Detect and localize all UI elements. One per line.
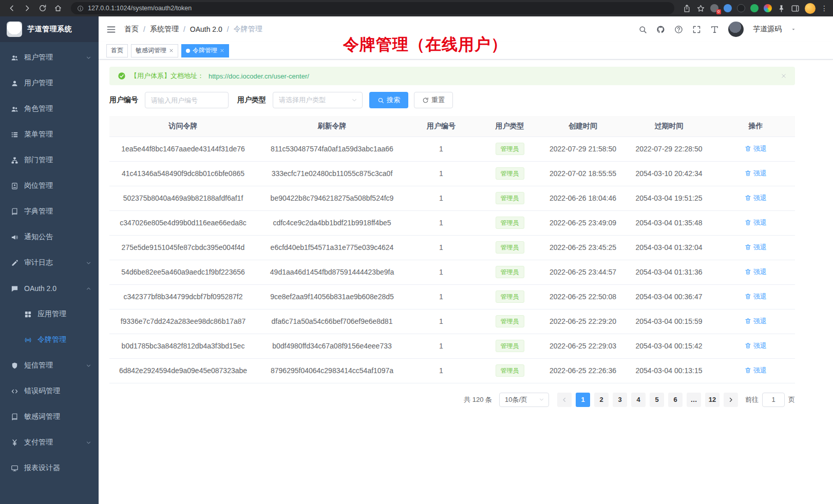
fullscreen-icon[interactable]	[692, 25, 701, 34]
sidebar-item-dict[interactable]: 字典管理	[0, 199, 99, 224]
close-icon[interactable]	[220, 48, 224, 53]
page-more-button[interactable]: …	[687, 393, 701, 407]
site-info-icon[interactable]	[77, 5, 84, 12]
sidebar-item-sensitive-word[interactable]: 敏感词管理	[0, 404, 99, 430]
page-button-2[interactable]: 2	[594, 393, 609, 407]
alert-text: 【用户体系】文档地址：	[130, 71, 204, 81]
browser-home-button[interactable]	[51, 2, 65, 15]
breadcrumb-oauth2[interactable]: OAuth 2.0	[190, 25, 222, 33]
sidebar-item-dept[interactable]: 部门管理	[0, 147, 99, 173]
font-size-icon[interactable]	[710, 25, 719, 34]
extension-icon-blue[interactable]	[724, 4, 732, 12]
breadcrumb: 首页 / 系统管理 / OAuth 2.0 / 令牌管理	[124, 25, 262, 34]
table-row: b0d1785bc3a8482f812db4a3f3bd15ecb0df4980…	[109, 334, 795, 358]
sidebar-item-oauth2-app[interactable]: 应用管理	[0, 301, 99, 327]
page-size-select[interactable]: 10条/页	[499, 393, 549, 407]
force-logout-button[interactable]: 强退	[745, 366, 767, 375]
sidebar-item-pay[interactable]: 支付管理	[0, 430, 99, 455]
tab-sensitive-word[interactable]: 敏感词管理	[131, 44, 178, 57]
sidebar: 芋道管理系统 租户管理 用户管理 角色管理 菜单管理 部门管理 岗位管理 字典管…	[0, 16, 99, 504]
prev-page-button[interactable]	[557, 393, 572, 407]
close-icon[interactable]	[169, 48, 174, 53]
address-bar[interactable]: 127.0.0.1:1024/system/oauth2/token	[71, 2, 674, 14]
user-type-label: 用户类型	[237, 95, 266, 105]
share-icon[interactable]	[683, 4, 691, 13]
browser-menu-icon[interactable]: ⋮	[821, 5, 828, 12]
page-button-3[interactable]: 3	[613, 393, 627, 407]
user-id-cell: 1	[407, 186, 475, 210]
sidebar-item-tenant[interactable]: 租户管理	[0, 45, 99, 70]
page-button-1[interactable]: 1	[576, 393, 590, 407]
caret-down-icon[interactable]	[791, 27, 796, 32]
user-avatar[interactable]	[728, 22, 744, 37]
refresh-token-cell: e6cfd40eb1f54571a31e775e039c4624	[257, 235, 407, 260]
sidebar-item-oauth2-token[interactable]: 令牌管理	[0, 327, 99, 353]
chevron-up-icon	[86, 286, 91, 292]
user-type-badge: 管理员	[496, 364, 524, 377]
github-icon[interactable]	[656, 25, 665, 34]
expires-cell: 2054-03-04 00:15:59	[621, 309, 716, 334]
force-logout-button[interactable]: 强退	[745, 267, 767, 277]
doc-link[interactable]: https://doc.iocoder.cn/user-center/	[209, 72, 309, 80]
user-type-badge: 管理员	[496, 167, 524, 180]
sidebar-item-audit-log[interactable]: 审计日志	[0, 250, 99, 276]
alert-close-icon[interactable]	[781, 73, 787, 79]
goto-page-input[interactable]	[762, 393, 785, 407]
page-button-5[interactable]: 5	[650, 393, 664, 407]
force-logout-button[interactable]: 强退	[745, 317, 767, 326]
sidebar-item-sms[interactable]: 短信管理	[0, 353, 99, 378]
created-cell: 2022-06-25 22:29:20	[544, 309, 621, 334]
tab-token[interactable]: 令牌管理	[181, 44, 229, 57]
browser-back-button[interactable]	[5, 2, 18, 15]
force-logout-button[interactable]: 强退	[745, 341, 767, 351]
refresh-token-cell: 9ce8ef2aa9f14056b831ae9b608e28d5	[257, 284, 407, 309]
force-logout-button[interactable]: 强退	[745, 292, 767, 301]
user-type-cell: 管理员	[475, 334, 544, 358]
user-type-select[interactable]: 请选择用户类型	[273, 92, 363, 108]
search-icon[interactable]	[638, 25, 647, 34]
page-button-12[interactable]: 12	[705, 393, 720, 407]
search-button[interactable]: 搜索	[369, 92, 408, 108]
access-token-cell: b0d1785bc3a8482f812db4a3f3bd15ec	[109, 334, 257, 358]
sidebar-item-oauth2[interactable]: OAuth 2.0	[0, 276, 99, 301]
user-id-input[interactable]	[145, 92, 229, 108]
sidebar-item-post[interactable]: 岗位管理	[0, 173, 99, 199]
sidebar-toggle-icon[interactable]	[106, 25, 116, 34]
side-panel-icon[interactable]	[791, 4, 800, 13]
sidebar-item-report-designer[interactable]: 报表设计器	[0, 455, 99, 481]
extension-icon-badged[interactable]: 0	[710, 4, 718, 12]
sidebar-item-menu[interactable]: 菜单管理	[0, 122, 99, 147]
browser-forward-button[interactable]	[21, 2, 34, 15]
app-logo-row[interactable]: 芋道管理系统	[0, 16, 99, 42]
force-logout-button[interactable]: 强退	[745, 193, 767, 203]
expires-cell: 2054-03-04 00:36:47	[621, 284, 716, 309]
sidebar-item-error-code[interactable]: 错误码管理	[0, 378, 99, 404]
app-grid-icon	[24, 311, 32, 318]
extension-icon-dark[interactable]	[737, 4, 745, 12]
sidebar-item-role[interactable]: 角色管理	[0, 96, 99, 122]
user-type-cell: 管理员	[475, 358, 544, 383]
megaphone-icon	[11, 234, 18, 241]
browser-reload-button[interactable]	[36, 2, 49, 15]
sidebar-item-user[interactable]: 用户管理	[0, 70, 99, 96]
extension-icon-green[interactable]	[750, 4, 759, 12]
sidebar-item-notice[interactable]: 通知公告	[0, 224, 99, 250]
token-table: 访问令牌 刷新令牌 用户编号 用户类型 创建时间 过期时间 操作 1ea5e44…	[109, 116, 795, 383]
pin-extension-icon[interactable]	[777, 4, 786, 13]
force-logout-button[interactable]: 强退	[745, 243, 767, 252]
help-icon[interactable]	[674, 25, 683, 34]
page-button-6[interactable]: 6	[668, 393, 683, 407]
bookmark-star-icon[interactable]	[696, 4, 705, 13]
extension-icon-colorful[interactable]	[764, 4, 772, 12]
force-logout-button[interactable]: 强退	[745, 144, 767, 153]
reset-button[interactable]: 重置	[414, 92, 453, 108]
breadcrumb-system[interactable]: 系统管理	[150, 25, 179, 34]
browser-profile-avatar[interactable]	[805, 3, 816, 14]
next-page-button[interactable]	[724, 393, 738, 407]
tab-home[interactable]: 首页	[106, 44, 128, 57]
page-button-4[interactable]: 4	[631, 393, 646, 407]
breadcrumb-home[interactable]: 首页	[124, 25, 139, 34]
force-logout-button[interactable]: 强退	[745, 169, 767, 178]
username[interactable]: 芋道源码	[753, 25, 782, 34]
force-logout-button[interactable]: 强退	[745, 218, 767, 227]
